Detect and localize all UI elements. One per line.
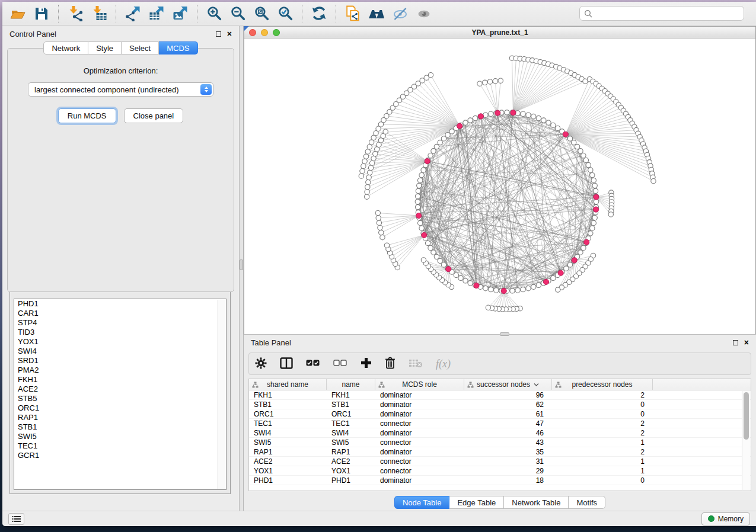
delete-column-button[interactable] <box>385 357 395 371</box>
network-canvas[interactable] <box>244 39 755 334</box>
hide-graphics-details-button[interactable] <box>388 4 412 24</box>
mcds-result-node[interactable]: SWI5 <box>14 432 226 441</box>
mcds-result-node[interactable]: YOX1 <box>14 337 226 347</box>
select-all-button[interactable] <box>306 360 320 368</box>
mcds-result-node[interactable]: STP4 <box>14 318 226 328</box>
tab-mcds[interactable]: MCDS <box>159 41 197 55</box>
deselect-all-button[interactable] <box>333 360 347 368</box>
show-columns-button[interactable] <box>280 357 293 371</box>
mcds-result-node[interactable]: CAR1 <box>14 309 226 318</box>
save-button[interactable] <box>30 4 53 24</box>
table-cell: ORC1 <box>327 409 375 418</box>
select-stepper-icon <box>200 84 212 95</box>
tab-select[interactable]: Select <box>122 41 159 55</box>
table-row[interactable]: FKH1FKH1dominator962 <box>249 390 751 400</box>
add-column-button[interactable] <box>361 357 372 370</box>
tab-network[interactable]: Network <box>43 41 88 55</box>
table-row[interactable]: ACE2ACE2connector311 <box>249 457 751 466</box>
table-cell: dominator <box>375 400 464 409</box>
table-cell: 1 <box>552 457 653 466</box>
first-neighbors-button[interactable] <box>365 4 388 24</box>
table-row[interactable]: YOX1YOX1connector291 <box>249 466 751 476</box>
column-label: name <box>342 380 359 389</box>
zoom-in-button[interactable] <box>202 4 226 24</box>
table-row[interactable]: ORC1ORC1dominator610 <box>249 409 751 419</box>
export-network-button[interactable] <box>121 4 145 24</box>
columns-icon <box>280 357 293 369</box>
column-header-predecessor-nodes[interactable]: predecessor nodes <box>552 379 653 390</box>
close-table-panel-button[interactable]: × <box>744 340 749 345</box>
table-cell: 35 <box>464 447 552 456</box>
mcds-result-node[interactable]: PHD1 <box>14 299 226 309</box>
main-toolbar <box>2 2 756 25</box>
run-mcds-button[interactable]: Run MCDS <box>58 108 116 123</box>
criterion-select[interactable]: largest connected component (undirected) <box>28 82 213 97</box>
zoom-out-button[interactable] <box>226 4 250 24</box>
table-cell: YOX1 <box>327 466 375 475</box>
mcds-result-node[interactable]: STB5 <box>14 394 226 403</box>
table-cell: 2 <box>552 447 653 456</box>
apply-layout-button[interactable] <box>307 4 331 24</box>
export-image-button[interactable] <box>168 4 192 24</box>
float-table-panel-button[interactable] <box>733 340 738 345</box>
table-tab-network-table[interactable]: Network Table <box>504 496 569 509</box>
column-label: successor nodes <box>477 380 530 389</box>
delete-table-button[interactable] <box>409 358 423 370</box>
table-scrollbar-thumb[interactable] <box>744 392 749 440</box>
table-row[interactable]: RAP1RAP1dominator352 <box>249 447 751 457</box>
table-row[interactable]: SWI5SWI5connector431 <box>249 438 751 447</box>
table-scrollbar[interactable] <box>742 391 750 490</box>
network-titlebar: YPA_prune.txt_1 <box>244 27 755 39</box>
mcds-result-node[interactable]: SWI4 <box>14 347 226 356</box>
network-graph[interactable] <box>244 39 755 334</box>
export-image-icon <box>172 5 189 21</box>
export-table-button[interactable] <box>145 4 168 24</box>
table-row[interactable]: STB1STB1dominator620 <box>249 400 751 409</box>
mcds-result-node[interactable]: SRD1 <box>14 356 226 366</box>
search-input[interactable] <box>595 9 739 18</box>
close-panel-button-mcds[interactable]: Close panel <box>124 108 184 123</box>
memory-button[interactable]: Memory <box>701 512 750 525</box>
table-mode-button[interactable] <box>255 357 267 371</box>
mcds-result-node[interactable]: RAP1 <box>14 413 226 422</box>
table-tab-motifs[interactable]: Motifs <box>569 496 605 509</box>
mcds-result-node[interactable]: PMA2 <box>14 366 226 375</box>
table-row[interactable]: PHD1PHD1dominator180 <box>249 476 751 485</box>
column-header-successor-nodes[interactable]: successor nodes <box>464 379 552 390</box>
result-scrollbar[interactable] <box>218 300 225 489</box>
table-tab-node-table[interactable]: Node Table <box>394 496 450 509</box>
attribute-type-icon <box>378 382 385 388</box>
task-history-button[interactable] <box>8 513 24 525</box>
zoom-fit-button[interactable] <box>250 4 273 24</box>
function-builder-button[interactable]: f(x) <box>436 358 451 370</box>
mcds-result-node[interactable]: STB1 <box>14 422 226 432</box>
show-graphics-details-button[interactable] <box>412 4 436 24</box>
table-row[interactable]: TEC1TEC1connector472 <box>249 419 751 428</box>
column-header-MCDS-role[interactable]: MCDS role <box>375 379 464 390</box>
mcds-panel: Optimization criterion: largest connecte… <box>7 48 234 292</box>
mcds-result-node[interactable]: TEC1 <box>14 441 226 451</box>
mcds-result-node[interactable]: TID3 <box>14 328 226 337</box>
tab-style[interactable]: Style <box>88 41 122 55</box>
table-tab-edge-table[interactable]: Edge Table <box>449 496 504 509</box>
mcds-result-node[interactable]: ACE2 <box>14 384 226 394</box>
mcds-result-list[interactable]: PHD1CAR1STP4TID3YOX1SWI4SRD1PMA2FKH1ACE2… <box>14 299 227 490</box>
mcds-result-node[interactable]: ORC1 <box>14 403 226 413</box>
mcds-result-node[interactable]: FKH1 <box>14 375 226 384</box>
table-cell: RAP1 <box>327 447 375 456</box>
import-network-button[interactable] <box>63 4 87 24</box>
mcds-result-group: MCDS result (17 nodes) PHD1CAR1STP4TID3Y… <box>9 278 231 494</box>
zoom-fit-icon <box>254 5 270 21</box>
open-button[interactable] <box>6 4 30 24</box>
copy-network-button[interactable] <box>341 4 365 24</box>
panel-splitter[interactable] <box>239 26 244 511</box>
mcds-result-node[interactable]: GCR1 <box>14 451 226 460</box>
zoom-selected-button[interactable] <box>273 4 297 24</box>
table-row[interactable]: SWI4SWI4dominator462 <box>249 428 751 438</box>
column-header-name[interactable]: name <box>327 379 375 390</box>
close-panel-button[interactable]: × <box>227 31 232 37</box>
table-panel-resize-handle[interactable] <box>500 332 509 336</box>
float-panel-button[interactable] <box>216 31 221 37</box>
import-table-button[interactable] <box>87 4 111 24</box>
column-header-shared-name[interactable]: shared name <box>249 379 327 390</box>
